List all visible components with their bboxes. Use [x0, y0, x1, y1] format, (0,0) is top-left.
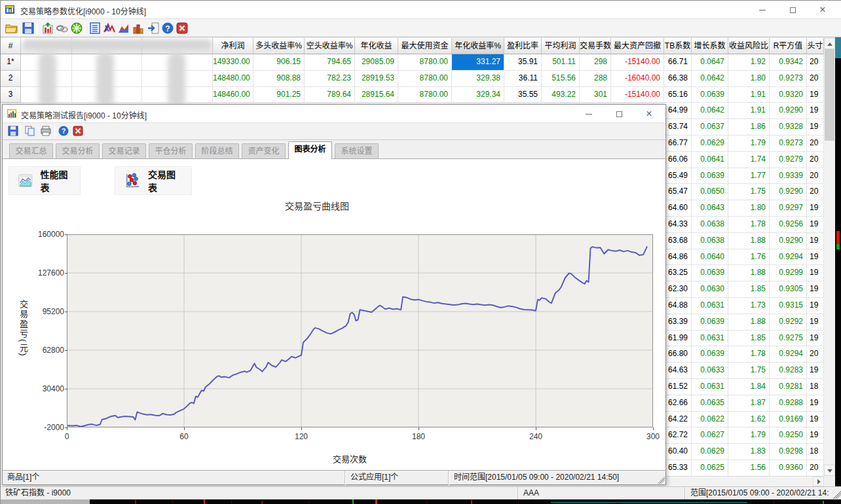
table-cell[interactable]: 515.56: [542, 71, 580, 87]
row-header[interactable]: 3: [1, 87, 21, 103]
table-cell[interactable]: 19: [807, 265, 824, 281]
table-cell[interactable]: 66.06: [664, 152, 692, 168]
table-cell[interactable]: -15140.00: [611, 87, 664, 103]
table-cell[interactable]: 908.88: [253, 71, 305, 87]
table-cell[interactable]: 28915.64: [355, 87, 398, 103]
table-cell[interactable]: 0.9294: [770, 346, 807, 363]
print-button[interactable]: [40, 125, 52, 137]
table-cell[interactable]: 0.0633: [692, 363, 728, 379]
column-header[interactable]: 净利润: [213, 38, 253, 54]
table-cell[interactable]: 148480.00: [213, 71, 253, 87]
table-cell[interactable]: 0.9273: [770, 71, 807, 87]
maximize-button[interactable]: [781, 1, 804, 18]
bar-chart-button[interactable]: [132, 22, 145, 35]
table-cell[interactable]: 8780.00: [398, 87, 452, 103]
column-header[interactable]: 年化收益率%: [452, 38, 504, 54]
table-cell[interactable]: 66.71: [664, 54, 692, 71]
table-cell[interactable]: 906.15: [253, 54, 305, 71]
table-cell[interactable]: 0.9320: [770, 87, 807, 103]
table-cell[interactable]: 19: [807, 217, 824, 233]
optimize-button[interactable]: [70, 22, 83, 35]
table-cell[interactable]: 1.75: [728, 363, 770, 379]
table-cell[interactable]: 0.9292: [770, 314, 807, 331]
table-cell[interactable]: 19: [807, 298, 824, 314]
column-header[interactable]: R平方值: [770, 38, 807, 54]
table-cell[interactable]: 0.9290: [770, 184, 807, 200]
table-cell[interactable]: 0.0638: [692, 233, 728, 249]
table-cell[interactable]: 1.84: [728, 379, 770, 395]
table-cell[interactable]: 789.64: [305, 87, 355, 103]
table-cell[interactable]: 62.72: [664, 427, 692, 444]
table-cell[interactable]: 0.0639: [692, 346, 728, 363]
table-cell[interactable]: 64.63: [664, 363, 692, 379]
table-cell[interactable]: 298: [580, 54, 611, 71]
tab-平仓分析[interactable]: 平仓分析: [149, 143, 193, 158]
table-cell[interactable]: 61.99: [664, 331, 692, 347]
table-cell[interactable]: 0.9275: [770, 331, 807, 347]
table-cell[interactable]: 1.73: [728, 298, 770, 314]
table-cell[interactable]: 19: [807, 363, 824, 379]
table-cell[interactable]: 60.40: [664, 444, 692, 460]
table-cell[interactable]: 0.0639: [692, 168, 728, 185]
minimize-button[interactable]: [751, 1, 774, 18]
table-cell[interactable]: 20: [807, 71, 824, 87]
table-cell[interactable]: 19: [807, 427, 824, 444]
table-cell[interactable]: 0.0638: [692, 217, 728, 233]
table-cell[interactable]: 65.33: [664, 460, 692, 477]
tab-资产变化[interactable]: 资产变化: [242, 143, 286, 158]
table-cell[interactable]: 63.25: [664, 265, 692, 281]
table-cell[interactable]: 64.86: [664, 249, 692, 266]
table-cell[interactable]: 20: [807, 168, 824, 185]
table-cell[interactable]: 148460.00: [213, 87, 253, 103]
table-cell[interactable]: 64.33: [664, 217, 692, 233]
resize-grip[interactable]: [657, 476, 665, 484]
table-cell[interactable]: 329.34: [452, 87, 504, 103]
table-cell[interactable]: 149330.00: [213, 54, 253, 71]
table-cell[interactable]: 1.83: [728, 444, 770, 460]
table-cell[interactable]: 66.80: [664, 346, 692, 363]
table-cell[interactable]: 0.0629: [692, 444, 728, 460]
vertical-scrollbar-thumb[interactable]: [825, 49, 834, 141]
table-cell[interactable]: 1.76: [728, 249, 770, 266]
tab-交易记录[interactable]: 交易记录: [102, 143, 146, 158]
column-header[interactable]: 收益风险比: [728, 38, 770, 54]
row-header[interactable]: 2: [1, 71, 21, 87]
close-red-button[interactable]: [72, 125, 84, 137]
row-header[interactable]: 1*: [1, 54, 21, 71]
table-cell[interactable]: 29085.09: [355, 54, 398, 71]
table-cell[interactable]: 0.9328: [770, 119, 807, 135]
table-cell[interactable]: 1.87: [728, 395, 770, 412]
column-header[interactable]: 盈利比率: [504, 38, 542, 54]
table-cell[interactable]: 18: [807, 379, 824, 395]
table-cell[interactable]: 1.88: [728, 233, 770, 249]
table-cell[interactable]: 1.88: [728, 314, 770, 331]
table-cell[interactable]: 65.49: [664, 168, 692, 185]
table-cell[interactable]: 35.55: [504, 87, 542, 103]
report-minimize-button[interactable]: [578, 105, 600, 122]
table-cell[interactable]: 0.0629: [692, 135, 728, 152]
table-cell[interactable]: 1.75: [728, 184, 770, 200]
table-cell[interactable]: 19: [807, 314, 824, 331]
table-cell[interactable]: 1.77: [728, 168, 770, 185]
table-cell[interactable]: 0.0639: [692, 87, 728, 103]
table-cell[interactable]: 0.0647: [692, 54, 728, 71]
table-cell[interactable]: 19: [807, 281, 824, 298]
table-cell[interactable]: 66.38: [664, 71, 692, 87]
table-cell[interactable]: 329.38: [452, 71, 504, 87]
column-header[interactable]: 交易手数: [580, 38, 611, 54]
table-cell[interactable]: 1.80: [728, 71, 770, 87]
performance-chart-button[interactable]: 性能图表: [9, 166, 81, 195]
table-cell[interactable]: 1.92: [728, 54, 770, 71]
table-cell[interactable]: 18: [807, 444, 824, 460]
table-cell[interactable]: 0.0631: [692, 331, 728, 347]
table-cell[interactable]: 19: [807, 200, 824, 217]
table-cell[interactable]: 501.11: [542, 54, 580, 71]
table-cell[interactable]: 8780.00: [398, 71, 452, 87]
tab-交易汇总[interactable]: 交易汇总: [9, 143, 53, 158]
table-cell[interactable]: 19: [807, 119, 824, 135]
table-cell[interactable]: 0.9305: [770, 281, 807, 298]
table-cell[interactable]: 63.74: [664, 119, 692, 135]
table-cell[interactable]: 0.0643: [692, 200, 728, 217]
table-cell[interactable]: 64.88: [664, 298, 692, 314]
table-cell[interactable]: 0.9279: [770, 152, 807, 168]
